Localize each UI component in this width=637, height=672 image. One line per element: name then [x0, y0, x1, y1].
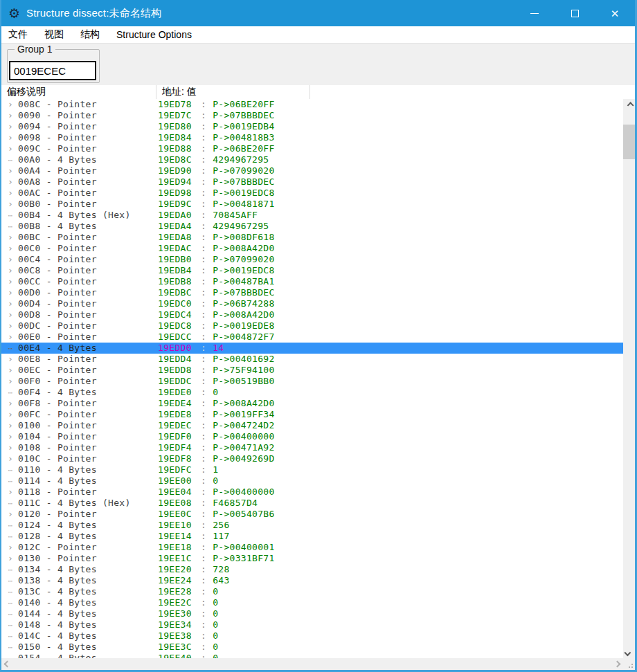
expand-arrow-icon[interactable]: › — [5, 298, 16, 309]
column-header-offset[interactable]: 偏移说明 — [1, 85, 156, 99]
expand-arrow-icon[interactable]: › — [5, 276, 16, 287]
expand-arrow-icon[interactable]: › — [5, 243, 16, 254]
list-item[interactable]: ›00D4 - Pointer19EDC0:P->06B74288 — [1, 298, 623, 309]
list-item[interactable]: ›00DC - Pointer19EDC8:P->0019EDE8 — [1, 320, 623, 332]
list-item[interactable]: ›00D0 - Pointer19EDBC:P->07BBBDEC — [1, 287, 623, 298]
vertical-scrollbar-thumb[interactable] — [623, 125, 635, 159]
list-item[interactable]: ⋯0140 - 4 Bytes19EE2C:0 — [1, 597, 623, 608]
expand-arrow-icon[interactable]: › — [5, 487, 16, 498]
list-item[interactable]: ›0104 - Pointer19EDF0:P->00400000 — [1, 431, 623, 442]
menu-item-structure-options[interactable]: Structure Options — [109, 28, 199, 42]
expand-arrow-icon[interactable]: › — [5, 143, 16, 154]
column-header-address-value[interactable]: 地址: 值 — [156, 85, 310, 99]
expand-arrow-icon[interactable]: › — [5, 110, 16, 121]
expand-arrow-icon[interactable]: › — [5, 99, 16, 110]
list-item[interactable]: ›010C - Pointer19EDF8:P->0049269D — [1, 453, 623, 464]
list-item[interactable]: ›0094 - Pointer19ED80:P->0019EDB4 — [1, 121, 623, 132]
list-item[interactable]: ⋯00A0 - 4 Bytes19ED8C:4294967295 — [1, 154, 623, 165]
list-item[interactable]: ›00F8 - Pointer19EDE4:P->008A42D0 — [1, 398, 623, 409]
list-item[interactable]: ›00F0 - Pointer19EDDC:P->00519BB0 — [1, 376, 623, 387]
list-item[interactable]: ⋯0148 - 4 Bytes19EE34:0 — [1, 619, 623, 630]
expand-arrow-icon[interactable]: › — [5, 509, 16, 520]
list-item[interactable]: ›00D8 - Pointer19EDC4:P->008A42D0 — [1, 309, 623, 320]
expand-arrow-icon[interactable]: › — [5, 442, 16, 453]
expand-arrow-icon[interactable]: › — [5, 332, 16, 343]
scroll-left-icon[interactable] — [1, 658, 13, 670]
expand-arrow-icon[interactable]: › — [5, 542, 16, 553]
list-item[interactable]: ›00AC - Pointer19ED98:P->0019EDC8 — [1, 188, 623, 199]
list-item[interactable]: ›0108 - Pointer19EDF4:P->00471A92 — [1, 442, 623, 453]
resize-grip[interactable] — [623, 658, 635, 670]
list-item[interactable]: ⋯013C - 4 Bytes19EE28:0 — [1, 586, 623, 597]
menu-item-file[interactable]: 文件 — [1, 27, 35, 42]
expand-arrow-icon[interactable]: › — [5, 409, 16, 420]
expand-arrow-icon[interactable]: › — [5, 553, 16, 564]
expand-arrow-icon[interactable]: › — [5, 365, 16, 376]
horizontal-scrollbar[interactable] — [1, 658, 635, 670]
expand-arrow-icon[interactable]: › — [5, 354, 16, 365]
expand-arrow-icon[interactable]: › — [5, 398, 16, 409]
list-item[interactable]: ›00C0 - Pointer19EDAC:P->008A42D0 — [1, 243, 623, 254]
scroll-down-icon[interactable] — [623, 646, 635, 658]
list-item[interactable]: ⋯00E4 - 4 Bytes19EDD0:14 — [1, 343, 623, 354]
list-item[interactable]: ›012C - Pointer19EE18:P->00400001 — [1, 542, 623, 553]
expand-arrow-icon[interactable]: › — [5, 176, 16, 188]
menu-item-structure[interactable]: 结构 — [73, 27, 107, 42]
list-item[interactable]: ›00B0 - Pointer19ED9C:P->00481871 — [1, 199, 623, 210]
expand-arrow-icon[interactable]: › — [5, 232, 16, 243]
list-item[interactable]: ›0130 - Pointer19EE1C:P->0331BF71 — [1, 553, 623, 564]
expand-arrow-icon[interactable]: › — [5, 431, 16, 442]
list-item[interactable]: ⋯011C - 4 Bytes (Hex)19EE08:F46857D4 — [1, 498, 623, 509]
maximize-button[interactable] — [555, 0, 595, 26]
expand-arrow-icon[interactable]: › — [5, 254, 16, 265]
list-item[interactable]: ⋯0144 - 4 Bytes19EE30:0 — [1, 608, 623, 619]
scroll-up-icon[interactable] — [623, 99, 635, 111]
list-item[interactable]: ›009C - Pointer19ED88:P->06BE20FF — [1, 143, 623, 154]
base-address-input[interactable] — [9, 61, 96, 80]
list-item[interactable]: ›00E8 - Pointer19EDD4:P->00401692 — [1, 354, 623, 365]
list-item[interactable]: ›00C8 - Pointer19EDB4:P->0019EDC8 — [1, 265, 623, 276]
list-item[interactable]: ⋯00B4 - 4 Bytes (Hex)19EDA0:70845AFF — [1, 210, 623, 221]
vertical-scrollbar[interactable] — [623, 99, 635, 658]
list-item[interactable]: ›00E0 - Pointer19EDCC:P->004872F7 — [1, 332, 623, 343]
list-item[interactable]: ›00EC - Pointer19EDD8:P->75F94100 — [1, 365, 623, 376]
list-item[interactable]: ⋯0138 - 4 Bytes19EE24:643 — [1, 575, 623, 586]
list-item[interactable]: ⋯0154 - 4 Bytes19EE40:0 — [1, 653, 623, 658]
list-item[interactable]: ⋯0150 - 4 Bytes19EE3C:0 — [1, 642, 623, 653]
list-item[interactable]: ›00CC - Pointer19EDB8:P->00487BA1 — [1, 276, 623, 287]
list-item[interactable]: ›00BC - Pointer19EDA8:P->008DF618 — [1, 232, 623, 243]
list-item[interactable]: ›008C - Pointer19ED78:P->06BE20FF — [1, 99, 623, 110]
list-item[interactable]: ›00C4 - Pointer19EDB0:P->07099020 — [1, 254, 623, 265]
expand-arrow-icon[interactable]: › — [5, 287, 16, 298]
list-item[interactable]: ⋯00B8 - 4 Bytes19EDA4:4294967295 — [1, 221, 623, 232]
expand-arrow-icon[interactable]: › — [5, 188, 16, 199]
expand-arrow-icon[interactable]: › — [5, 199, 16, 210]
expand-arrow-icon[interactable]: › — [5, 309, 16, 320]
minimize-button[interactable] — [514, 0, 555, 26]
expand-arrow-icon[interactable]: › — [5, 453, 16, 464]
list-item[interactable]: ⋯0128 - 4 Bytes19EE14:117 — [1, 531, 623, 542]
scroll-right-icon[interactable] — [611, 658, 623, 670]
list-item[interactable]: ›0098 - Pointer19ED84:P->004818B3 — [1, 132, 623, 143]
list-item[interactable]: ›00A8 - Pointer19ED94:P->07BBBDEC — [1, 176, 623, 188]
list-item[interactable]: ⋯0114 - 4 Bytes19EE00:0 — [1, 475, 623, 487]
list-item[interactable]: ⋯014C - 4 Bytes19EE38:0 — [1, 630, 623, 642]
expand-arrow-icon[interactable]: › — [5, 320, 16, 332]
expand-arrow-icon[interactable]: › — [5, 376, 16, 387]
expand-arrow-icon[interactable]: › — [5, 420, 16, 431]
close-button[interactable]: ✕ — [595, 0, 635, 26]
menu-item-view[interactable]: 视图 — [37, 27, 71, 42]
list-item[interactable]: ⋯0134 - 4 Bytes19EE20:728 — [1, 564, 623, 575]
list-item[interactable]: ⋯00F4 - 4 Bytes19EDE0:0 — [1, 387, 623, 398]
list-item[interactable]: ⋯0110 - 4 Bytes19EDFC:1 — [1, 464, 623, 475]
expand-arrow-icon[interactable]: › — [5, 165, 16, 176]
expand-arrow-icon[interactable]: › — [5, 132, 16, 143]
list-item[interactable]: ›0120 - Pointer19EE0C:P->005407B6 — [1, 509, 623, 520]
list-item[interactable]: ›0118 - Pointer19EE04:P->00400000 — [1, 487, 623, 498]
list-item[interactable]: ›0090 - Pointer19ED7C:P->07BBBDEC — [1, 110, 623, 121]
expand-arrow-icon[interactable]: › — [5, 265, 16, 276]
list-item[interactable]: ›00A4 - Pointer19ED90:P->07099020 — [1, 165, 623, 176]
expand-arrow-icon[interactable]: › — [5, 121, 16, 132]
list-item[interactable]: ›00FC - Pointer19EDE8:P->0019FF34 — [1, 409, 623, 420]
list-item[interactable]: ›0100 - Pointer19EDEC:P->004724D2 — [1, 420, 623, 431]
